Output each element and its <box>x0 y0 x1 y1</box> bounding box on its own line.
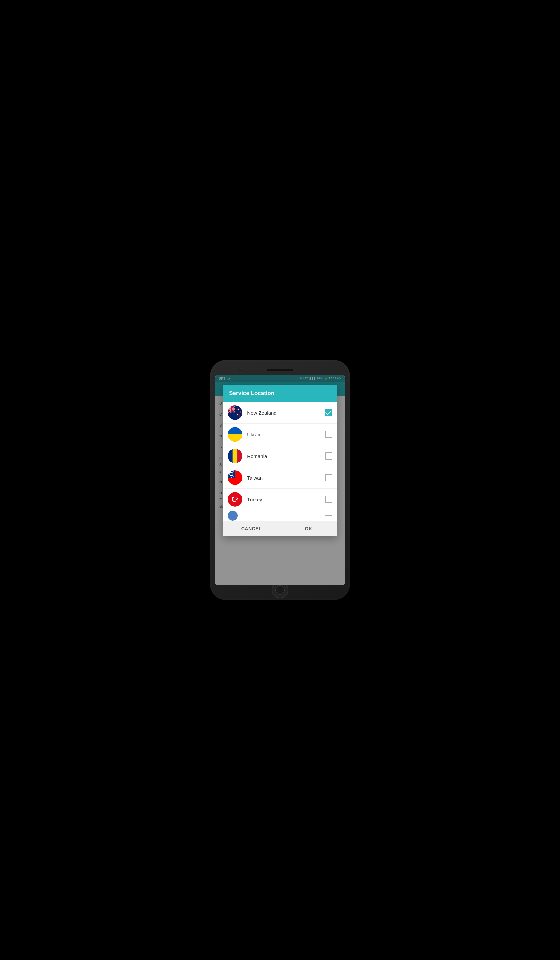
country-item-romania[interactable]: Romania <box>223 445 337 467</box>
cancel-button[interactable]: CANCEL <box>223 521 280 536</box>
svg-point-13 <box>240 412 241 412</box>
country-item-turkey[interactable]: Turkey <box>223 489 337 510</box>
country-name-turkey: Turkey <box>247 497 325 502</box>
dialog-overlay: Service Location <box>215 375 345 585</box>
service-location-dialog: Service Location <box>223 385 337 536</box>
svg-point-15 <box>237 414 238 415</box>
checkbox-taiwan[interactable] <box>325 474 332 482</box>
country-list[interactable]: New Zealand <box>223 402 337 521</box>
dialog-header: Service Location <box>223 385 337 402</box>
checkbox-romania[interactable] <box>325 452 332 460</box>
svg-line-37 <box>229 471 229 472</box>
home-button-inner <box>275 585 285 595</box>
dialog-title: Service Location <box>229 390 331 397</box>
svg-rect-26 <box>233 449 238 463</box>
front-camera <box>238 368 242 372</box>
country-item-taiwan[interactable]: Taiwan <box>223 467 337 489</box>
svg-point-11 <box>238 409 239 410</box>
speaker-grille <box>267 369 293 371</box>
checkbox-new-zealand[interactable] <box>325 409 332 416</box>
phone-top-bar <box>215 365 345 375</box>
checkbox-turkey[interactable] <box>325 496 332 503</box>
country-name-taiwan: Taiwan <box>247 475 325 481</box>
flag-romania <box>228 449 242 463</box>
flag-new-zealand <box>228 405 242 420</box>
svg-rect-22 <box>228 434 242 442</box>
svg-rect-27 <box>238 449 243 463</box>
checkbox-ukraine[interactable] <box>325 430 332 438</box>
dialog-actions: CANCEL OK <box>223 521 337 536</box>
country-item-ukraine[interactable]: Ukraine <box>223 424 337 445</box>
country-item-new-zealand[interactable]: New Zealand <box>223 402 337 424</box>
svg-point-17 <box>239 416 240 416</box>
country-name-new-zealand: New Zealand <box>247 410 325 416</box>
flag-ukraine <box>228 427 242 442</box>
svg-point-32 <box>230 473 233 475</box>
flag-turkey <box>228 492 242 507</box>
country-name-romania: Romania <box>247 453 325 459</box>
phone-bottom <box>215 585 345 595</box>
country-item-partial[interactable] <box>223 510 337 521</box>
country-name-ukraine: Ukraine <box>247 432 325 437</box>
flag-partial <box>228 510 238 521</box>
ok-button[interactable]: OK <box>280 521 337 536</box>
flag-taiwan <box>228 470 242 485</box>
partial-checkbox <box>325 515 332 516</box>
phone-device: SKT ▭ ⊕ LTE ▌▌▌ 92% ⚡ 12:07 AM ← Setting… <box>210 360 350 600</box>
phone-screen: SKT ▭ ⊕ LTE ▌▌▌ 92% ⚡ 12:07 AM ← Setting… <box>215 375 345 585</box>
